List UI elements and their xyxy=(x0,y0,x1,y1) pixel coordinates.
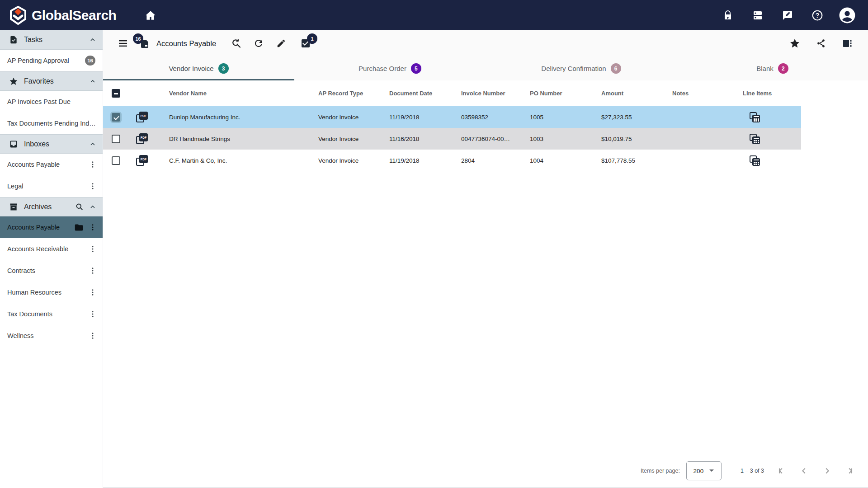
sidebar-item-archive-wellness[interactable]: Wellness xyxy=(0,325,103,347)
kebab-menu-icon[interactable] xyxy=(87,265,98,276)
select-all-checkbox[interactable] xyxy=(112,89,120,98)
split-view-icon xyxy=(842,38,853,49)
page-size-select[interactable]: 200 xyxy=(686,461,722,480)
tasks-icon xyxy=(9,35,18,44)
row-checkbox[interactable] xyxy=(112,135,120,143)
kebab-menu-icon[interactable] xyxy=(87,159,98,170)
archive-toolbar: 16 Accounts Payable xyxy=(103,30,868,56)
sidebar-item-inbox-legal[interactable]: Legal xyxy=(0,175,103,197)
column-header[interactable]: Invoice Number xyxy=(448,90,516,97)
first-page-icon xyxy=(777,466,787,476)
kebab-menu-icon[interactable] xyxy=(87,309,98,319)
refresh-button[interactable] xyxy=(250,34,268,52)
view-options-button[interactable] xyxy=(838,34,856,52)
sidebar-item-archive-tax-documents[interactable]: Tax Documents xyxy=(0,303,103,325)
chevron-up-icon[interactable] xyxy=(89,78,96,85)
sidebar-item-tax-documents-pending[interactable]: Tax Documents Pending Inde… xyxy=(0,113,103,134)
sidebar: Tasks AP Pending Approval 16 Favorites A… xyxy=(0,30,103,488)
hamburger-icon xyxy=(118,38,128,49)
section-label: Inboxes xyxy=(24,140,89,148)
home-button[interactable] xyxy=(142,6,160,24)
pdf-document-icon[interactable]: PDF xyxy=(136,112,148,122)
cell-ap-record-type: Vendor Invoice xyxy=(305,157,376,164)
sidebar-item-archive-contracts[interactable]: Contracts xyxy=(0,260,103,282)
line-items-icon[interactable] xyxy=(749,112,760,122)
column-header[interactable]: Vendor Name xyxy=(156,90,305,97)
sidebar-item-inbox-accounts-payable[interactable]: Accounts Payable xyxy=(0,154,103,175)
archive-search-icon[interactable] xyxy=(75,202,84,211)
chevron-up-icon[interactable] xyxy=(89,203,96,211)
chevron-up-icon[interactable] xyxy=(89,36,96,43)
pdf-document-icon[interactable]: PDF xyxy=(136,133,148,144)
last-page-icon xyxy=(844,466,854,476)
queue-button[interactable]: 16 xyxy=(136,34,154,52)
tab-label: Delivery Confirmation xyxy=(541,65,606,72)
tab-vendor-invoice[interactable]: Vendor Invoice 3 xyxy=(103,56,294,80)
selected-documents-button[interactable]: 1 xyxy=(297,34,315,52)
row-checkbox[interactable] xyxy=(112,113,120,122)
tab-blank[interactable]: Blank 2 xyxy=(677,56,868,80)
column-header[interactable]: AP Record Type xyxy=(305,90,376,97)
pdf-document-icon[interactable]: PDF xyxy=(136,155,148,166)
chevron-up-icon[interactable] xyxy=(89,141,96,148)
row-pdf-cell: PDF xyxy=(128,155,156,166)
line-items-icon[interactable] xyxy=(749,155,760,166)
tab-purchase-order[interactable]: Purchase Order 5 xyxy=(294,56,486,80)
last-page-button[interactable] xyxy=(844,465,855,477)
section-header-tasks[interactable]: Tasks xyxy=(0,30,103,50)
record-type-tabs: Vendor Invoice 3 Purchase Order 5 Delive… xyxy=(103,56,868,80)
column-header[interactable]: PO Number xyxy=(516,90,588,97)
first-page-button[interactable] xyxy=(776,465,788,477)
sidebar-item-archive-human-resources[interactable]: Human Resources xyxy=(0,282,103,303)
tab-delivery-confirmation[interactable]: Delivery Confirmation 6 xyxy=(486,56,677,80)
previous-page-button[interactable] xyxy=(798,465,810,477)
section-header-favorites[interactable]: Favorites xyxy=(0,71,103,91)
lock-icon xyxy=(722,10,733,21)
cell-line-items xyxy=(729,155,801,166)
table-row[interactable]: PDF C.F. Martin & Co, Inc. Vendor Invoic… xyxy=(103,150,801,171)
page-range-label: 1 – 3 of 3 xyxy=(741,468,764,474)
row-checkbox[interactable] xyxy=(112,156,120,165)
edit-button[interactable] xyxy=(272,34,290,52)
cell-vendor-name: DR Handmade Strings xyxy=(156,136,305,142)
header-checkbox-cell xyxy=(103,89,128,98)
dns-button[interactable] xyxy=(749,6,767,24)
tab-count-badge: 2 xyxy=(778,63,788,74)
kebab-menu-icon[interactable] xyxy=(87,222,98,233)
sidebar-item-ap-invoices-past-due[interactable]: AP Invoices Past Due xyxy=(0,91,103,113)
column-header[interactable]: Notes xyxy=(659,90,729,97)
feedback-button[interactable] xyxy=(778,6,797,24)
favorite-button[interactable] xyxy=(786,34,804,52)
modify-search-button[interactable] xyxy=(227,34,245,52)
table-row[interactable]: PDF Dunlop Manufacturing Inc. Vendor Inv… xyxy=(103,106,801,128)
column-header[interactable]: Line Items xyxy=(729,90,801,97)
menu-button[interactable] xyxy=(114,34,132,52)
tab-count-badge: 5 xyxy=(411,63,421,74)
share-button[interactable] xyxy=(812,34,830,52)
next-page-button[interactable] xyxy=(821,465,833,477)
section-header-inboxes[interactable]: Inboxes xyxy=(0,134,103,154)
topbar: GlobalSearch ? xyxy=(0,0,868,30)
column-header[interactable]: Amount xyxy=(588,90,659,97)
sidebar-item-archive-accounts-receivable[interactable]: Accounts Receivable xyxy=(0,238,103,260)
cell-ap-record-type: Vendor Invoice xyxy=(305,136,376,142)
sidebar-item-ap-pending-approval[interactable]: AP Pending Approval 16 xyxy=(0,50,103,71)
lock-button[interactable] xyxy=(719,6,737,24)
kebab-menu-icon[interactable] xyxy=(87,330,98,341)
sidebar-item-archive-accounts-payable[interactable]: Accounts Payable xyxy=(0,216,103,238)
kebab-menu-icon[interactable] xyxy=(87,181,98,192)
column-header[interactable]: Document Date xyxy=(376,90,448,97)
cell-line-items xyxy=(729,133,801,144)
sidebar-item-label: Tax Documents Pending Inde… xyxy=(7,120,98,127)
tab-label: Vendor Invoice xyxy=(169,65,213,72)
line-items-icon[interactable] xyxy=(749,133,760,144)
table-header-row: Vendor Name AP Record Type Document Date… xyxy=(103,80,801,106)
section-header-archives[interactable]: Archives xyxy=(0,197,103,216)
help-button[interactable]: ? xyxy=(808,6,826,24)
kebab-menu-icon[interactable] xyxy=(87,287,98,298)
account-button[interactable] xyxy=(838,6,856,24)
table-row[interactable]: PDF DR Handmade Strings Vendor Invoice 1… xyxy=(103,128,801,150)
kebab-menu-icon[interactable] xyxy=(87,244,98,254)
help-icon: ? xyxy=(811,9,823,21)
cell-amount: $107,778.55 xyxy=(588,157,659,164)
